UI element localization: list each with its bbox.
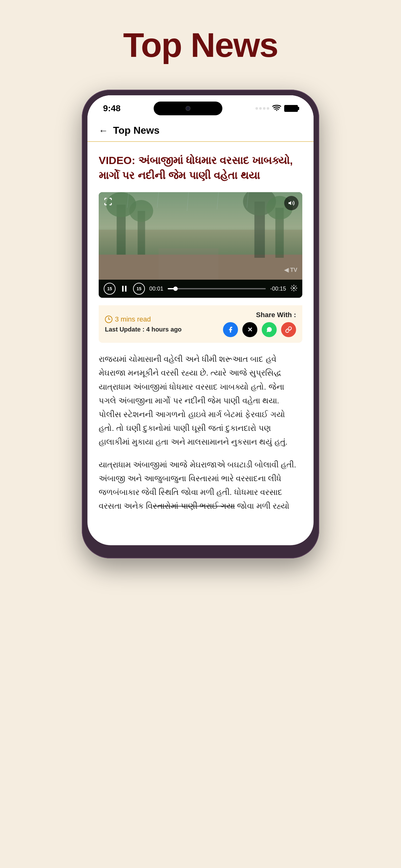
pause-button[interactable] — [120, 284, 129, 293]
article-para-1: રાજ્યમાં ચોમાસાની વહેલી અને ધીમી શરૂઆત બ… — [99, 352, 302, 449]
time-remaining: -00:15 — [270, 286, 286, 292]
dynamic-island — [154, 101, 222, 115]
phone-wrapper: 9:48 — [82, 90, 319, 558]
whatsapp-share-button[interactable] — [262, 322, 277, 337]
copy-link-button[interactable] — [281, 322, 296, 337]
current-time: 00:01 — [149, 286, 163, 292]
signal-icon — [256, 107, 269, 110]
battery-icon — [284, 105, 298, 112]
video-top-icons — [102, 196, 299, 210]
phone-screen: 9:48 — [88, 95, 313, 545]
read-time-label: 3 mins read — [115, 315, 151, 323]
page-title-area: Top News — [0, 0, 401, 84]
video-watermark: ◀ TV — [284, 267, 297, 273]
info-left: 3 mins read Last Update : 4 hours ago — [105, 315, 182, 333]
status-bar: 9:48 — [88, 95, 313, 118]
article-content: VIDEO: અંબાજીમાં ધોધમાર વરસાદ ખાબક્યો, મ… — [88, 142, 313, 534]
article-para-2: યાત્રાધામ અંબાજીમાં આજે મેઘરાજાએ બઘટાડી … — [99, 458, 302, 513]
svg-point-18 — [293, 287, 295, 289]
status-time: 9:48 — [103, 103, 121, 114]
article-para-2-strikethrough: સ્તારોમાં પાણી ભરાઈ ગયા — [153, 501, 235, 510]
skip-back-button[interactable]: 15 — [104, 283, 115, 294]
phone-outer: 9:48 — [82, 90, 319, 558]
wifi-icon — [272, 104, 281, 113]
svg-point-0 — [276, 110, 277, 111]
page-title: Top News — [12, 25, 389, 65]
read-time: 3 mins read — [105, 315, 182, 323]
clock-icon — [105, 316, 112, 323]
video-player[interactable]: ◀ TV 15 — [99, 192, 302, 298]
share-section: Share With : ✕ — [223, 311, 296, 337]
facebook-share-button[interactable] — [223, 322, 238, 337]
info-bar: 3 mins read Last Update : 4 hours ago Sh… — [99, 305, 302, 343]
volume-button[interactable] — [284, 196, 299, 210]
x-share-button[interactable]: ✕ — [242, 322, 257, 337]
settings-button[interactable] — [291, 285, 297, 293]
expand-icon[interactable] — [102, 196, 114, 207]
svg-rect-10 — [159, 248, 219, 280]
video-controls[interactable]: 15 15 00:01 — [99, 280, 302, 298]
app-header-title: Top News — [113, 125, 160, 136]
last-update: Last Update : 4 hours ago — [105, 326, 182, 333]
skip-forward-button[interactable]: 15 — [133, 283, 145, 294]
progress-bar[interactable] — [168, 288, 266, 289]
svg-rect-17 — [125, 286, 127, 292]
share-label: Share With : — [256, 311, 296, 319]
back-button[interactable]: ← — [99, 125, 108, 136]
article-para-2-end: જોવા મળી રહ્યો — [235, 501, 290, 510]
video-frame[interactable]: ◀ TV — [99, 192, 302, 280]
article-headline: VIDEO: અંબાજીમાં ધોધમાર વરસાદ ખાબક્યો, મ… — [99, 153, 302, 183]
camera-dot — [186, 106, 191, 111]
svg-rect-16 — [122, 286, 124, 292]
share-icons: ✕ — [223, 322, 296, 337]
progress-dot — [173, 286, 178, 291]
app-header: ← Top News — [88, 118, 313, 142]
status-icons — [256, 104, 298, 113]
article-body: રાજ્યમાં ચોમાસાની વહેલી અને ધીમી શરૂઆત બ… — [99, 352, 302, 513]
